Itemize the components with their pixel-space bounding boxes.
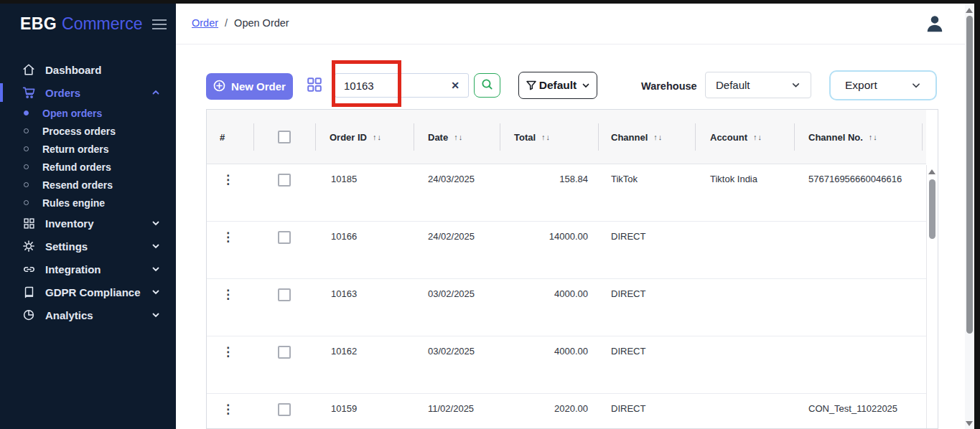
table-header-row: # Order ID↑↓ Date↑↓ Total↑↓ Channel↑↓ Ac…: [207, 110, 926, 164]
filter-default-button[interactable]: Default: [518, 72, 597, 99]
cell-date: 11/02/2025: [414, 403, 500, 414]
chevron-up-icon: [151, 88, 160, 97]
cell-total: 4000.00: [500, 346, 598, 357]
header-total[interactable]: Total↑↓: [500, 110, 598, 164]
sidebar-item-integration[interactable]: Integration: [0, 258, 176, 280]
breadcrumb-order-link[interactable]: Order: [192, 17, 218, 29]
sidebar-item-settings[interactable]: Settings: [0, 235, 176, 258]
brand-bold-text: EBG: [20, 14, 57, 34]
row-checkbox[interactable]: [278, 174, 291, 187]
cell-channel: DIRECT: [598, 288, 695, 299]
sidebar-subitem-label: Rules engine: [42, 197, 105, 209]
sort-icon[interactable]: ↑↓: [753, 133, 762, 141]
scroll-up-icon[interactable]: [966, 8, 973, 13]
sort-icon[interactable]: ↑↓: [454, 133, 463, 141]
row-actions-icon[interactable]: ⋮: [207, 346, 234, 358]
scroll-down-icon[interactable]: [966, 421, 973, 426]
sidebar-item-inventory[interactable]: Inventory: [0, 212, 176, 235]
grid-view-icon: [307, 77, 322, 95]
header-order-id[interactable]: Order ID↑↓: [315, 110, 414, 164]
chevron-down-icon: [791, 80, 801, 90]
search-button[interactable]: [474, 73, 500, 98]
row-actions-icon[interactable]: ⋮: [207, 174, 234, 186]
table-scrollbar-thumb[interactable]: [929, 179, 935, 239]
header-channel-no[interactable]: Channel No.↑↓: [794, 110, 922, 164]
sort-icon[interactable]: ↑↓: [653, 133, 663, 141]
cell-order-id: 10162: [315, 346, 414, 357]
header-account[interactable]: Account↑↓: [695, 110, 794, 164]
row-checkbox[interactable]: [278, 403, 291, 416]
new-order-button[interactable]: New Order: [206, 73, 293, 100]
sidebar-item-label: Inventory: [45, 217, 94, 230]
table-row: ⋮ 10159 11/02/2025 2020.00 DIRECT CON_Te…: [207, 394, 926, 429]
sort-icon[interactable]: ↑↓: [373, 133, 382, 141]
header-channel[interactable]: Channel↑↓: [598, 110, 695, 164]
sidebar-item-analytics[interactable]: Analytics: [0, 303, 176, 326]
sort-icon[interactable]: ↑↓: [541, 133, 551, 141]
sidebar-item-open-orders[interactable]: Open orders: [0, 104, 176, 122]
scroll-up-icon[interactable]: [928, 169, 935, 174]
sidebar-item-label: GDPR Compliance: [45, 286, 141, 298]
table-scrollbar[interactable]: [926, 165, 938, 428]
cell-date: 24/02/2025: [414, 231, 500, 242]
grid-icon: [22, 216, 36, 230]
link-icon: [22, 262, 36, 276]
sidebar-item-resend-orders[interactable]: Resend orders: [0, 176, 176, 194]
cart-icon: [22, 85, 36, 100]
sidebar-item-process-orders[interactable]: Process orders: [0, 122, 176, 140]
sidebar-item-rules-engine[interactable]: Rules engine: [0, 194, 176, 212]
row-checkbox[interactable]: [278, 231, 291, 244]
page-scrollbar[interactable]: [965, 4, 974, 429]
export-dropdown[interactable]: Export: [829, 70, 937, 100]
page-scrollbar-thumb[interactable]: [966, 16, 973, 334]
sidebar-item-return-orders[interactable]: Return orders: [0, 140, 176, 158]
active-indicator: [0, 83, 3, 102]
topbar: Order / Open Order: [176, 4, 965, 44]
hamburger-menu-icon[interactable]: [152, 19, 167, 29]
row-checkbox[interactable]: [278, 346, 291, 359]
sidebar-item-orders[interactable]: Orders: [0, 81, 176, 104]
gear-icon: [22, 239, 36, 253]
search-input[interactable]: [344, 80, 449, 92]
cell-date: 03/02/2025: [414, 288, 500, 299]
sidebar-item-gdpr-compliance[interactable]: GDPR Compliance: [0, 280, 176, 303]
orders-table: # Order ID↑↓ Date↑↓ Total↑↓ Channel↑↓ Ac…: [206, 109, 938, 429]
order-search-field[interactable]: ✕: [335, 73, 469, 98]
row-checkbox[interactable]: [278, 288, 291, 301]
sidebar-subitem-label: Resend orders: [42, 179, 113, 191]
orders-submenu: Open orders Process orders Return orders…: [0, 104, 176, 212]
row-actions-icon[interactable]: ⋮: [207, 403, 234, 415]
cell-channel: TikTok: [598, 174, 695, 184]
user-avatar-icon[interactable]: [924, 12, 946, 38]
sidebar-item-refund-orders[interactable]: Refund orders: [0, 158, 176, 176]
sidebar-nav: Dashboard Orders Open orders Process ord…: [0, 58, 176, 326]
table-row: ⋮ 10185 24/03/2025 158.84 TikTok Tiktok …: [207, 164, 926, 222]
chevron-down-icon: [151, 265, 160, 273]
chevron-down-icon: [911, 80, 921, 90]
sidebar-item-label: Settings: [45, 240, 88, 253]
table-row: ⋮ 10166 24/02/2025 14000.00 DIRECT: [207, 222, 926, 279]
sidebar-item-label: Integration: [45, 263, 101, 275]
sort-icon[interactable]: ↑↓: [869, 133, 878, 141]
brand-logo: EBG Commerce: [0, 0, 176, 34]
clear-search-icon[interactable]: ✕: [449, 80, 461, 91]
export-label: Export: [845, 79, 877, 92]
bullet-icon: [24, 128, 29, 133]
cell-date: 24/03/2025: [414, 174, 500, 184]
row-actions-icon[interactable]: ⋮: [207, 231, 234, 243]
warehouse-select[interactable]: Default: [705, 72, 811, 98]
plus-circle-icon: [213, 80, 225, 94]
grid-view-button[interactable]: [306, 77, 323, 94]
cell-channel: DIRECT: [598, 403, 695, 414]
header-index: #: [207, 110, 253, 164]
header-date[interactable]: Date↑↓: [414, 110, 500, 164]
home-icon: [22, 62, 36, 77]
cell-channel-no: 576716956660046616: [794, 174, 922, 184]
sidebar-item-dashboard[interactable]: Dashboard: [0, 58, 176, 81]
bullet-icon: [24, 182, 29, 187]
cell-order-id: 10163: [315, 288, 414, 299]
row-actions-icon[interactable]: ⋮: [207, 288, 234, 301]
pie-chart-icon: [22, 308, 36, 322]
cell-order-id: 10166: [315, 231, 414, 242]
select-all-checkbox[interactable]: [278, 131, 291, 143]
